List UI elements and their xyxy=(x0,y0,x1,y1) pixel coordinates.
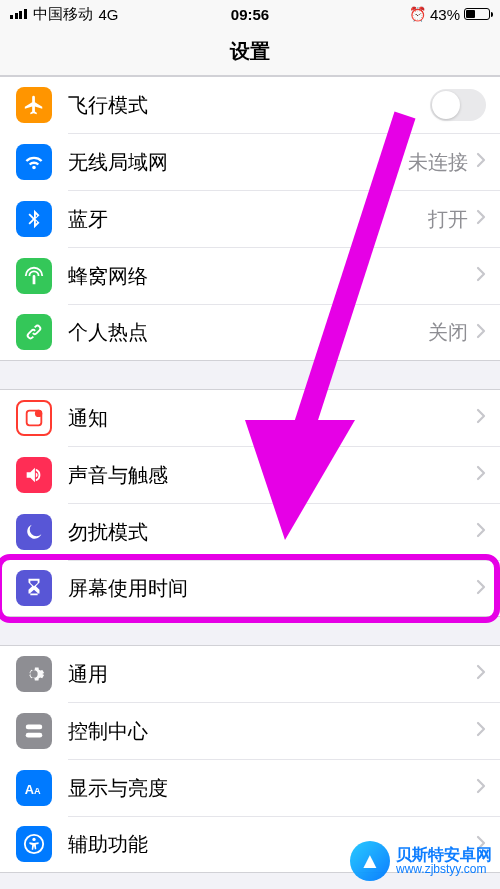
row-label: 屏幕使用时间 xyxy=(68,575,476,602)
antenna-icon xyxy=(16,258,52,294)
status-bar: 中国移动 4G 09:56 ⏰ 43% xyxy=(0,0,500,28)
settings-row-sounds[interactable]: 声音与触感 xyxy=(0,446,500,503)
airplane-icon xyxy=(16,87,52,123)
settings-row-dnd[interactable]: 勿扰模式 xyxy=(0,503,500,560)
moon-icon xyxy=(16,514,52,550)
chevron-right-icon xyxy=(476,579,486,599)
notification-icon xyxy=(16,400,52,436)
link-icon xyxy=(16,314,52,350)
settings-row-controlcenter[interactable]: 控制中心 xyxy=(0,702,500,759)
page-title: 设置 xyxy=(230,38,270,65)
settings-row-general[interactable]: 通用 xyxy=(0,645,500,702)
chevron-right-icon xyxy=(476,408,486,428)
chevron-right-icon xyxy=(476,664,486,684)
settings-row-bluetooth[interactable]: 蓝牙打开 xyxy=(0,190,500,247)
watermark-title: 贝斯特安卓网 xyxy=(396,846,492,864)
chevron-right-icon xyxy=(476,778,486,798)
chevron-right-icon xyxy=(476,152,486,172)
row-label: 勿扰模式 xyxy=(68,519,476,546)
chevron-right-icon xyxy=(476,209,486,229)
wifi-icon xyxy=(16,144,52,180)
settings-row-screentime[interactable]: 屏幕使用时间 xyxy=(0,560,500,617)
watermark-url: www.zjbstyy.com xyxy=(396,863,492,876)
svg-text:A: A xyxy=(25,781,34,796)
settings-list: 飞行模式无线局域网未连接蓝牙打开蜂窝网络个人热点关闭通知声音与触感勿扰模式屏幕使… xyxy=(0,76,500,873)
gear-icon xyxy=(16,656,52,692)
speaker-icon xyxy=(16,457,52,493)
chevron-right-icon xyxy=(476,721,486,741)
settings-section: 通知声音与触感勿扰模式屏幕使用时间 xyxy=(0,389,500,617)
row-label: 显示与亮度 xyxy=(68,775,476,802)
accessibility-icon xyxy=(16,826,52,862)
watermark-logo-icon: ▲ xyxy=(350,841,390,881)
settings-row-display[interactable]: AA显示与亮度 xyxy=(0,759,500,816)
row-label: 声音与触感 xyxy=(68,462,476,489)
row-label: 个人热点 xyxy=(68,319,428,346)
svg-point-9 xyxy=(32,838,35,841)
hourglass-icon xyxy=(16,570,52,606)
battery-icon xyxy=(464,8,490,20)
chevron-right-icon xyxy=(476,465,486,485)
settings-section: 飞行模式无线局域网未连接蓝牙打开蜂窝网络个人热点关闭 xyxy=(0,76,500,361)
chevron-right-icon xyxy=(476,323,486,343)
settings-row-notifications[interactable]: 通知 xyxy=(0,389,500,446)
row-label: 控制中心 xyxy=(68,718,476,745)
row-label: 蜂窝网络 xyxy=(68,263,476,290)
row-value: 关闭 xyxy=(428,319,468,346)
row-label: 蓝牙 xyxy=(68,206,428,233)
svg-point-4 xyxy=(28,725,32,729)
settings-row-airplane[interactable]: 飞行模式 xyxy=(0,76,500,133)
text-size-icon: AA xyxy=(16,770,52,806)
svg-point-5 xyxy=(37,733,41,737)
svg-text:A: A xyxy=(34,785,41,795)
row-label: 无线局域网 xyxy=(68,149,408,176)
nav-bar: 设置 xyxy=(0,28,500,76)
row-value: 未连接 xyxy=(408,149,468,176)
watermark: ▲ 贝斯特安卓网 www.zjbstyy.com xyxy=(350,841,492,881)
svg-point-1 xyxy=(35,410,42,417)
toggle-switch[interactable] xyxy=(430,89,486,121)
settings-row-hotspot[interactable]: 个人热点关闭 xyxy=(0,304,500,361)
status-time: 09:56 xyxy=(0,6,500,23)
row-label: 飞行模式 xyxy=(68,92,430,119)
row-value: 打开 xyxy=(428,206,468,233)
bluetooth-icon xyxy=(16,201,52,237)
row-label: 通知 xyxy=(68,405,476,432)
switches-icon xyxy=(16,713,52,749)
settings-row-wifi[interactable]: 无线局域网未连接 xyxy=(0,133,500,190)
row-label: 通用 xyxy=(68,661,476,688)
settings-section: 通用控制中心AA显示与亮度辅助功能 xyxy=(0,645,500,873)
chevron-right-icon xyxy=(476,266,486,286)
settings-row-cellular[interactable]: 蜂窝网络 xyxy=(0,247,500,304)
chevron-right-icon xyxy=(476,522,486,542)
